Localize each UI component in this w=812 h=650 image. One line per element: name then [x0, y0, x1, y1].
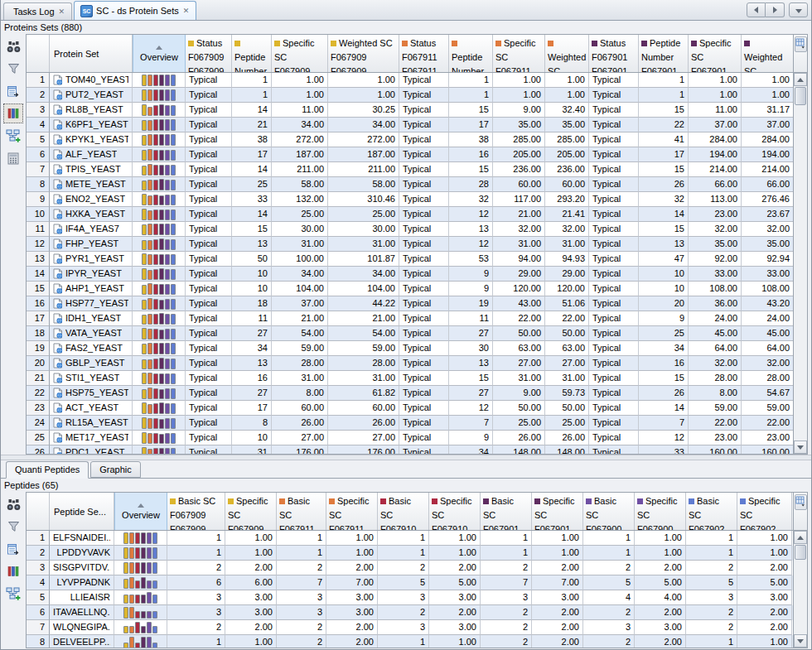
cell-peptide-number-f067901[interactable]: 20 — [639, 296, 689, 311]
cell-specific-sc-f067909[interactable]: 58.00 — [272, 177, 328, 192]
cell-specific-sc-f067911[interactable]: 2.00 — [326, 635, 378, 648]
table-row[interactable]: 26PDC1_YEASTTypical31176.00176.00Typical… — [27, 445, 793, 454]
table-row[interactable]: 21STI1_YEASTTypical1631.0031.00Typical15… — [27, 371, 793, 386]
table-row[interactable]: 23ACT_YEASTTypical1760.0060.00Typical125… — [27, 401, 793, 416]
cell-status-f067911[interactable]: Typical — [399, 147, 449, 162]
cell-status-f067909[interactable]: Typical — [186, 356, 232, 371]
column-header-basic-sc-f067901[interactable]: Basic SC F067901 F067901 — [481, 493, 532, 531]
cell-peptide-number-f067901[interactable]: 47 — [639, 252, 689, 267]
scroll-down-button[interactable] — [794, 441, 807, 454]
overview-chart[interactable] — [114, 605, 167, 620]
cell-status-f067901[interactable]: Typical — [589, 401, 639, 416]
cell-basic-sc-f067901[interactable]: 1 — [481, 531, 532, 546]
column-header-specific-sc-f067910[interactable]: Specific SC F067910 F067910 — [429, 493, 481, 531]
cell-weighted-sc-f067911[interactable]: 50.00 — [545, 401, 589, 416]
cell-basic-sc-f067910[interactable]: 3 — [378, 590, 429, 605]
column-header-specific-sc-f067901[interactable]: Specific SC F067901 F067901 — [689, 35, 742, 73]
overview-chart[interactable] — [114, 546, 167, 561]
cell-basic-sc-f067901[interactable]: 2 — [481, 635, 532, 648]
cell-weighted-sc-f067909[interactable]: 272.00 — [328, 132, 399, 147]
cell-status-f067901[interactable]: Typical — [589, 267, 639, 282]
cell-weighted-sc-f067911[interactable]: 35.00 — [545, 118, 589, 132]
overview-chart[interactable] — [133, 356, 186, 371]
column-header-specific-sc-f067901[interactable]: Specific SC F067901 F067901 — [532, 493, 583, 531]
overview-chart[interactable] — [133, 237, 186, 252]
overview-chart[interactable] — [133, 341, 186, 356]
scroll-down-button[interactable] — [794, 634, 807, 648]
cell-status-f067909[interactable]: Typical — [186, 118, 232, 132]
cell-weighted-sc-f067901[interactable]: 22.00 — [742, 416, 793, 431]
cell-protein-set[interactable]: FAS2_YEAST — [50, 341, 133, 356]
cell-status-f067909[interactable]: Typical — [186, 103, 232, 118]
protein-table-scrollbar[interactable] — [794, 34, 808, 455]
cell-weighted-sc-f067909[interactable]: 54.00 — [328, 326, 399, 341]
cell-specific-sc-f067902[interactable]: 1.00 — [737, 531, 792, 546]
cell-specific-sc-f067901[interactable]: 108.00 — [689, 282, 742, 296]
cell-weighted-sc-f067901[interactable]: 1.00 — [742, 88, 793, 103]
cell-peptide-sequence[interactable]: DELVEELPP... — [50, 635, 114, 648]
cell-basic-sc-f067911[interactable]: 2 — [277, 635, 326, 648]
cell-weighted-sc-f067909[interactable]: 310.46 — [328, 192, 399, 207]
cell-specific-sc-f067901[interactable]: 1.00 — [532, 546, 583, 561]
column-header-specific-sc-f067911[interactable]: Specific SC F067911 F067911 — [326, 493, 378, 531]
cell-peptide-number-f067909[interactable]: 25 — [232, 177, 272, 192]
add-view-button[interactable] — [3, 584, 23, 604]
cell-specific-sc-f067901[interactable]: 64.00 — [689, 341, 742, 356]
cell-status-f067909[interactable]: Typical — [186, 177, 232, 192]
cell-weighted-sc-f067901[interactable]: 276.46 — [742, 192, 793, 207]
cell-peptide-number-f067911[interactable]: 32 — [449, 192, 493, 207]
column-header-specific-sc-f067909[interactable]: Specific SC F067909 F067909 — [272, 35, 328, 73]
cell-specific-sc-f067911[interactable]: 285.00 — [493, 132, 545, 147]
cell-specific-sc-f067911[interactable]: 236.00 — [493, 162, 545, 177]
cell-specific-sc-f067910[interactable]: 5.00 — [429, 575, 481, 590]
cell-specific-sc-f067909[interactable]: 187.00 — [272, 147, 328, 162]
table-row[interactable]: 1ELFSNAIDEI...11.0011.0011.0011.0011.001… — [27, 531, 793, 546]
cell-peptide-number-f067911[interactable]: 12 — [449, 237, 493, 252]
cell-basic-sc-f067910[interactable]: 1 — [378, 635, 429, 648]
cell-status-f067909[interactable]: Typical — [186, 162, 232, 177]
cell-protein-set[interactable]: MET17_YEAST — [50, 431, 133, 445]
cell-peptide-number-f067911[interactable]: 38 — [449, 132, 493, 147]
cell-specific-sc-f067911[interactable]: 21.00 — [493, 207, 545, 222]
cell-specific-sc-f067901[interactable]: 23.00 — [689, 431, 742, 445]
column-header-status-f067901[interactable]: Status F067901 F067901 — [589, 35, 639, 73]
table-row[interactable]: 14IPYR_YEASTTypical1034.0034.00Typical92… — [27, 267, 793, 282]
cell-basic-sc-f067902[interactable]: 3 — [686, 590, 737, 605]
cell-weighted-sc-f067909[interactable]: 61.82 — [328, 386, 399, 401]
cell-specific-sc-f067901[interactable]: 2.00 — [532, 635, 583, 648]
tab-graphic[interactable]: Graphic — [90, 461, 141, 478]
cell-weighted-sc-f067901[interactable]: 108.00 — [742, 282, 793, 296]
cell-specific-sc-f067909[interactable]: 211.00 — [272, 162, 328, 177]
cell-status-f067909[interactable]: Typical — [186, 267, 232, 282]
cell-basic-sc-f067909[interactable]: 6 — [167, 575, 225, 590]
cell-status-f067911[interactable]: Typical — [399, 192, 449, 207]
cell-specific-sc-f067901[interactable]: 66.00 — [689, 177, 742, 192]
cell-protein-set[interactable]: ALF_YEAST — [50, 147, 133, 162]
cell-peptide-sequence[interactable]: ITAVAELLNQ... — [50, 605, 114, 620]
cell-weighted-sc-f067911[interactable]: 32.00 — [545, 222, 589, 237]
cell-status-f067901[interactable]: Typical — [589, 311, 639, 326]
cell-protein-set[interactable]: PDC1_YEAST — [50, 445, 133, 454]
table-row[interactable]: 16HSP77_YEASTTypical1837.0044.22Typical1… — [27, 296, 793, 311]
tab-tasks-log[interactable]: Tasks Log ✕ — [3, 2, 72, 20]
cell-weighted-sc-f067901[interactable]: 24.00 — [742, 311, 793, 326]
cell-specific-sc-f067910[interactable]: 3.00 — [429, 620, 481, 635]
cell-status-f067909[interactable]: Typical — [186, 311, 232, 326]
cell-peptide-number-f067911[interactable]: 15 — [449, 162, 493, 177]
cell-specific-sc-f067901[interactable]: 8.00 — [689, 386, 742, 401]
table-row[interactable]: 15AHP1_YEASTTypical10104.00104.00Typical… — [27, 282, 793, 296]
cell-weighted-sc-f067901[interactable]: 1.00 — [742, 73, 793, 88]
cell-peptide-number-f067911[interactable]: 7 — [449, 416, 493, 431]
cell-specific-sc-f067910[interactable]: 1.00 — [429, 635, 481, 648]
cell-specific-sc-f067909[interactable]: 25.00 — [272, 207, 328, 222]
cell-basic-sc-f067909[interactable]: 2 — [167, 620, 225, 635]
cell-status-f067901[interactable]: Typical — [589, 88, 639, 103]
cell-specific-sc-f067911[interactable]: 50.00 — [493, 326, 545, 341]
cell-specific-sc-f067902[interactable]: 3.00 — [737, 590, 792, 605]
scrollbar-thumb[interactable] — [795, 545, 806, 560]
cell-weighted-sc-f067909[interactable]: 104.00 — [328, 282, 399, 296]
cell-specific-sc-f067911[interactable]: 29.00 — [493, 267, 545, 282]
column-header-basic-sc-f067911[interactable]: Basic SC F067911 F067911 — [277, 493, 326, 531]
cell-status-f067901[interactable]: Typical — [589, 341, 639, 356]
overview-chart[interactable] — [133, 103, 186, 118]
